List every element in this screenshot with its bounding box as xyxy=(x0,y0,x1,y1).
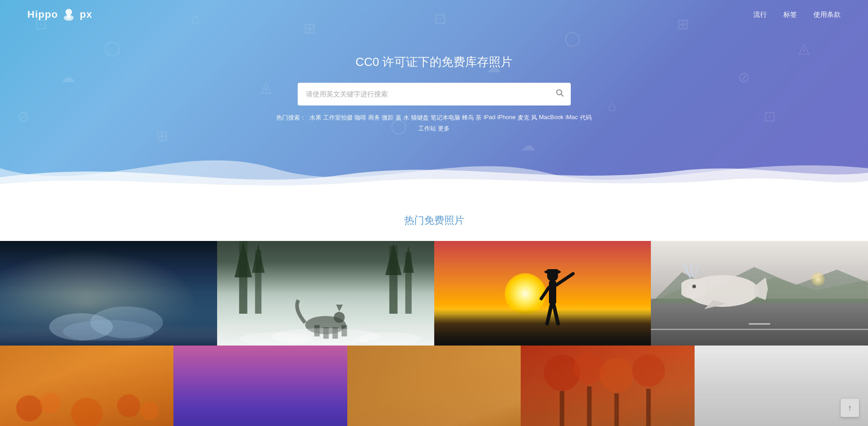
svg-rect-49 xyxy=(646,389,651,426)
svg-rect-47 xyxy=(587,386,592,426)
svg-point-0 xyxy=(66,9,72,15)
hot-searches: 热门搜索： 水果 工作室拍摄 咖啡 商务 微距 嘉 水 猫键盘 笔记本电脑 蜂鸟… xyxy=(275,114,594,133)
photo-item-6[interactable] xyxy=(173,346,347,426)
hero-title: CC0 许可证下的免费库存照片 xyxy=(355,54,513,70)
svg-marker-11 xyxy=(252,243,264,273)
hot-tag-ipad[interactable]: iPad xyxy=(483,114,495,122)
hot-tag-keyboard[interactable]: 猫键盘 xyxy=(411,114,429,122)
main-section: 热门免费照片 xyxy=(0,195,868,426)
logo-text-after: px xyxy=(80,9,92,20)
red-forest-svg xyxy=(521,346,694,426)
hot-tag-hummingbird[interactable]: 蜂鸟 xyxy=(462,114,474,122)
logo-icon xyxy=(61,6,77,23)
logo[interactable]: Hippo px xyxy=(27,6,92,23)
hot-tag-laptop[interactable]: 笔记本电脑 xyxy=(431,114,460,122)
scroll-to-top[interactable]: ↑ xyxy=(841,399,859,417)
svg-line-29 xyxy=(541,287,549,299)
hot-tag-jia[interactable]: 嘉 xyxy=(396,114,401,122)
photo-item-8[interactable] xyxy=(521,346,694,426)
scroll-up-icon: ↑ xyxy=(848,403,852,413)
forest-svg xyxy=(217,241,434,346)
hot-tag-water[interactable]: 水 xyxy=(403,114,409,122)
svg-marker-22 xyxy=(336,305,343,311)
svg-marker-15 xyxy=(403,246,414,273)
autumn-svg xyxy=(0,387,173,426)
svg-rect-46 xyxy=(560,391,564,426)
wave-divider xyxy=(0,141,868,195)
hot-tag-mac[interactable]: 麦克 xyxy=(518,114,529,122)
person-svg xyxy=(539,269,575,333)
search-input[interactable] xyxy=(298,83,571,105)
photo-item-1[interactable] xyxy=(0,241,217,346)
svg-line-30 xyxy=(547,304,552,324)
svg-marker-9 xyxy=(234,241,252,277)
hot-tag-more[interactable]: 更多 xyxy=(438,125,450,133)
photo-item-2[interactable] xyxy=(217,241,434,346)
cloud-svg xyxy=(45,295,172,341)
photo-item-7[interactable] xyxy=(347,346,521,426)
nav-link-tags[interactable]: 标签 xyxy=(783,10,797,19)
hot-tag-studio[interactable]: 工作室拍摄 xyxy=(323,114,353,122)
logo-text-before: Hippo xyxy=(27,9,58,20)
navbar: Hippo px 流行 标签 使用条款 xyxy=(0,0,868,29)
svg-rect-33 xyxy=(547,269,558,275)
hot-tag-wind[interactable]: 风 xyxy=(531,114,537,122)
hot-tag-tea[interactable]: 茶 xyxy=(476,114,482,122)
search-icon xyxy=(555,88,564,97)
hot-tag-business[interactable]: 商务 xyxy=(368,114,380,122)
whale-svg xyxy=(681,264,772,309)
nav-link-terms[interactable]: 使用条款 xyxy=(813,10,841,19)
svg-point-44 xyxy=(599,358,634,392)
hot-label: 热门搜索： xyxy=(276,114,306,122)
svg-line-31 xyxy=(553,304,558,324)
nav-link-trending[interactable]: 流行 xyxy=(753,10,767,19)
photo-row-1 xyxy=(0,241,868,346)
svg-point-39 xyxy=(71,398,102,426)
hot-tag-macro[interactable]: 微距 xyxy=(382,114,394,122)
search-button[interactable] xyxy=(555,88,564,100)
hero-section: ⊡ ◯ ⌂ ☁ ⊘ ⊞ ◬ ⊡ ☁ ◯ ⌂ ⊞ ⊘ ◬ ⊡ ◯ ⊞ ☁ CC0 … xyxy=(0,0,868,195)
svg-point-36 xyxy=(692,285,696,288)
photo-item-5[interactable] xyxy=(0,346,173,426)
search-bar xyxy=(298,83,571,105)
svg-point-17 xyxy=(334,312,345,323)
section-title: 热门免费照片 xyxy=(0,214,868,227)
hot-tag-macbook[interactable]: MacBook xyxy=(539,114,563,122)
photo-row-2 xyxy=(0,346,868,426)
svg-line-4 xyxy=(561,94,563,96)
nav-links: 流行 标签 使用条款 xyxy=(753,10,841,19)
hot-tag-code[interactable]: 代码 xyxy=(580,114,592,122)
svg-point-41 xyxy=(140,401,159,420)
svg-point-40 xyxy=(117,394,140,417)
svg-point-38 xyxy=(40,393,61,414)
photo-item-4[interactable] xyxy=(651,241,868,346)
svg-point-24 xyxy=(239,332,312,345)
svg-rect-2 xyxy=(67,15,71,19)
photo-item-3[interactable] xyxy=(434,241,651,346)
svg-point-25 xyxy=(357,332,421,345)
hot-tag-iphone[interactable]: iPhone xyxy=(497,114,515,122)
svg-line-28 xyxy=(556,274,573,285)
svg-rect-48 xyxy=(614,393,619,426)
hot-tag-coffee[interactable]: 咖啡 xyxy=(355,114,366,122)
svg-point-37 xyxy=(16,395,42,421)
svg-point-45 xyxy=(632,354,665,387)
svg-marker-13 xyxy=(385,243,401,275)
hot-tag-imac[interactable]: iMac xyxy=(565,114,578,122)
hot-tag-fruit[interactable]: 水果 xyxy=(310,114,321,122)
hot-tag-workstation[interactable]: 工作站 xyxy=(418,125,436,133)
